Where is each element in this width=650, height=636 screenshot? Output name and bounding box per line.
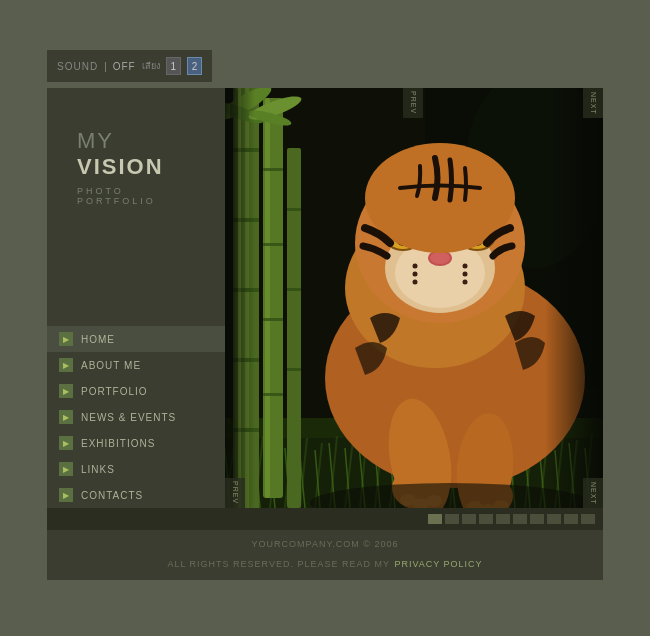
svg-rect-69 (287, 148, 301, 508)
svg-rect-67 (263, 318, 283, 321)
nav-arrow-contacts: ▶ (59, 488, 73, 502)
thumbnail-bar (47, 508, 603, 530)
svg-rect-70 (287, 208, 301, 211)
thumb-5[interactable] (496, 514, 510, 524)
nav-arrow-news: ▶ (59, 410, 73, 424)
nav-item-home[interactable]: ▶ HOME (47, 326, 225, 352)
nav-label-home: HOME (81, 334, 115, 345)
svg-point-99 (463, 272, 468, 277)
svg-point-98 (463, 264, 468, 269)
nav-label-exhibitions: EXHIBITIONS (81, 438, 155, 449)
prev-bottom-button[interactable]: PREV (225, 478, 245, 508)
prev-top-label: PREV (410, 91, 417, 114)
logo-area: MY VISION PHOTO PORTFOLIO (47, 88, 225, 326)
nav-item-about[interactable]: ▶ ABOUT ME (47, 352, 225, 378)
nav-item-contacts[interactable]: ▶ CONTACTS (47, 482, 225, 508)
thumb-7[interactable] (530, 514, 544, 524)
svg-rect-113 (545, 88, 603, 508)
thumb-4[interactable] (479, 514, 493, 524)
nav-label-news: NEWS & EVENTS (81, 412, 176, 423)
thumb-10[interactable] (581, 514, 595, 524)
thumb-8[interactable] (547, 514, 561, 524)
nav-arrow-exhibitions: ▶ (59, 436, 73, 450)
btn1[interactable]: 1 (166, 57, 181, 75)
sound-label: SOUND (57, 61, 98, 72)
footer: YOURCOMPANY.COM © 2006 ALL RIGHTS RESERV… (47, 530, 603, 580)
svg-rect-66 (263, 243, 283, 246)
main-container: MY VISION PHOTO PORTFOLIO ▶ HOME ▶ ABOUT… (47, 88, 603, 508)
tiger-image (225, 88, 603, 508)
top-bar: SOUND | OFF เสียง 1 2 (47, 50, 212, 82)
privacy-link[interactable]: PRIVACY POLICY (394, 559, 482, 569)
next-top-button[interactable]: NEXT (583, 88, 603, 118)
off-label: OFF (113, 61, 136, 72)
separator: | (104, 61, 107, 72)
nav-item-links[interactable]: ▶ LINKS (47, 456, 225, 482)
svg-point-97 (413, 280, 418, 285)
svg-rect-112 (225, 88, 255, 508)
svg-rect-68 (263, 393, 283, 396)
nav-arrow-about: ▶ (59, 358, 73, 372)
thumb-2[interactable] (445, 514, 459, 524)
sidebar: MY VISION PHOTO PORTFOLIO ▶ HOME ▶ ABOUT… (47, 88, 225, 508)
logo-my-text: MY (77, 128, 114, 153)
nav-arrow-links: ▶ (59, 462, 73, 476)
next-top-label: NEXT (590, 92, 597, 115)
nav-item-news[interactable]: ▶ NEWS & EVENTS (47, 404, 225, 430)
nav-arrow-portfolio: ▶ (59, 384, 73, 398)
btn2[interactable]: 2 (187, 57, 202, 75)
next-bottom-label: NEXT (590, 482, 597, 505)
svg-point-100 (463, 280, 468, 285)
nav-label-about: ABOUT ME (81, 360, 141, 371)
nav-item-exhibitions[interactable]: ▶ EXHIBITIONS (47, 430, 225, 456)
image-area: PREV NEXT (225, 88, 603, 508)
logo-vision-text: VISION (77, 154, 164, 179)
sound-text: เสียง (142, 59, 160, 73)
nav-item-portfolio[interactable]: ▶ PORTFOLIO (47, 378, 225, 404)
copyright-text: YOURCOMPANY.COM © 2006 (252, 539, 399, 549)
thumb-6[interactable] (513, 514, 527, 524)
svg-point-85 (430, 252, 450, 264)
prev-bottom-label: PREV (232, 481, 239, 504)
prev-top-button[interactable]: PREV (403, 88, 423, 118)
svg-point-96 (413, 272, 418, 277)
svg-rect-64 (265, 98, 270, 498)
thumb-3[interactable] (462, 514, 476, 524)
next-bottom-button[interactable]: NEXT (583, 478, 603, 508)
nav-label-contacts: CONTACTS (81, 490, 143, 501)
nav-arrow-icon: ▶ (59, 332, 73, 346)
logo-my: MY VISION (77, 128, 205, 180)
svg-rect-72 (287, 368, 301, 371)
logo-subtitle: PHOTO PORTFOLIO (77, 186, 205, 206)
svg-rect-65 (263, 168, 283, 171)
nav-label-links: LINKS (81, 464, 115, 475)
thumb-1[interactable] (428, 514, 442, 524)
svg-rect-71 (287, 288, 301, 291)
rights-text: ALL RIGHTS RESERVED. PLEASE READ MY (167, 559, 390, 569)
navigation: ▶ HOME ▶ ABOUT ME ▶ PORTFOLIO ▶ NEWS & E… (47, 326, 225, 508)
rights-area: ALL RIGHTS RESERVED. PLEASE READ MY PRIV… (167, 553, 482, 571)
thumb-9[interactable] (564, 514, 578, 524)
nav-label-portfolio: PORTFOLIO (81, 386, 148, 397)
svg-point-95 (413, 264, 418, 269)
